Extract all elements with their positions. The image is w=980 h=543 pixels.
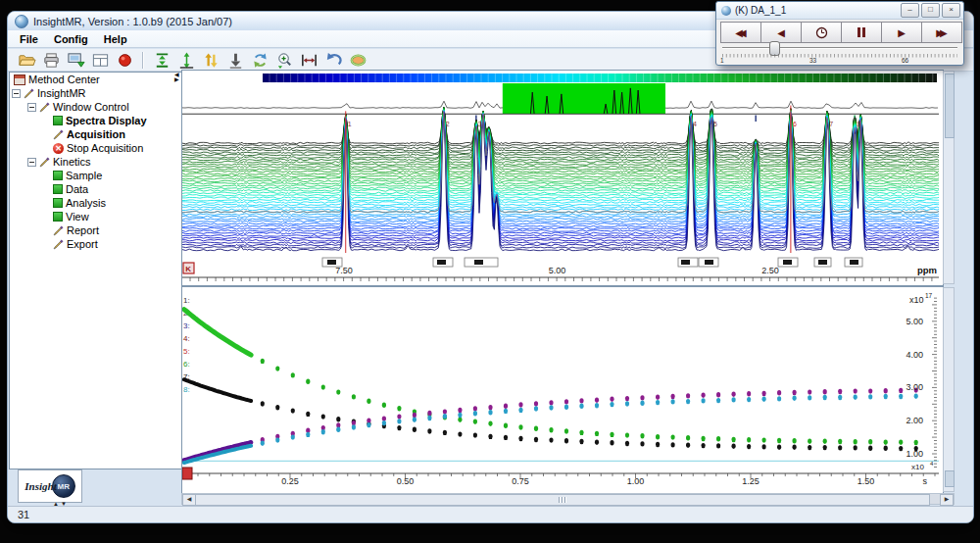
tree-item-label: Kinetics [53,156,91,168]
spectra-scroll-thumb[interactable] [945,74,955,138]
peak-label-6: 6 [793,121,797,127]
player-pause-button[interactable] [841,22,882,43]
tree-item-kinetics[interactable]: Kinetics [10,155,182,169]
menu-file[interactable]: File [12,32,46,46]
y-tick-label: 5.00 [906,317,923,326]
scroll-right-arrow-icon[interactable]: ▶ [940,494,954,506]
toolbar-print-button[interactable] [40,50,62,70]
tree-item-label: Data [66,183,88,195]
tree-item-label: Report [67,224,99,236]
playback-minimize-button[interactable]: – [901,3,919,18]
player-fast-forward-button[interactable]: ▶▶ [921,22,962,43]
series-green-dots [261,359,918,446]
green-status-icon [53,212,63,222]
toolbar-layout-button[interactable] [89,50,111,70]
kinetics-chart[interactable]: 1:2:3:4:5:6:7:8:1.002.003.004.005.00x101… [182,287,941,491]
tree-item-analysis[interactable]: Analysis [10,196,182,210]
playback-close-button[interactable]: × [942,3,960,18]
splitter-collapse-icon[interactable]: ◀▶ [174,73,179,82]
toolbar-refresh-zoom-button[interactable] [249,50,270,70]
tree-expander-icon[interactable] [12,89,21,98]
toolbar-undo-button[interactable] [322,50,344,70]
toolbar-full-width-button[interactable] [298,50,319,70]
menu-config[interactable]: Config [46,32,96,46]
playback-title-bar[interactable]: (K) DA_1_1 –□× [716,2,963,20]
toolbar-download-button[interactable] [224,50,246,70]
x-tick-label: 1.50 [858,476,875,486]
toolbar-scale-vertical-button[interactable] [175,50,197,70]
kinetics-marker-badge: K [185,265,191,273]
green-status-icon [53,184,63,194]
playback-restore-button[interactable]: □ [921,3,940,18]
kinetics-horizontal-scrollbar[interactable]: ◀ ▶ [181,493,955,505]
tree-item-insightmr[interactable]: InsightMR [10,86,182,100]
horizontal-scroll-thumb[interactable] [195,494,930,506]
tree-item-export[interactable]: Export [10,237,182,251]
tree-item-sample[interactable]: Sample [10,169,182,182]
kinetics-vertical-scrollbar[interactable] [943,287,955,492]
series-green-dense [184,310,251,356]
tree-item-spectra-display[interactable]: Spectra Display [10,114,182,127]
toolbar-record-button[interactable] [114,50,135,70]
toolbar-send-display-button[interactable] [65,50,86,70]
tree-item-view[interactable]: View [10,210,182,223]
status-bar: 31 [8,506,973,522]
menu-help[interactable]: Help [96,32,135,46]
x-tick-label: 0.50 [397,476,415,486]
spectra-display-panel: 123456787.505.002.50ppmK [181,70,944,286]
tree-item-label: Method Center [28,74,100,85]
tree-item-data[interactable]: Data [10,182,182,196]
tree-item-window-control[interactable]: Window Control [10,100,182,114]
tree-item-method-center[interactable]: Method Center [10,73,182,86]
player-play-button[interactable]: ▶ [881,22,922,43]
x-tick-label: 1.00 [627,476,645,486]
transport-controls: ◀◀◀▶▶▶ [720,22,961,43]
ppm-tick-label: 7.50 [335,266,353,275]
toolbar-fit-vertical-button[interactable] [151,50,172,70]
pencil-icon [53,129,64,140]
insightmr-logo: Insight MR [18,469,82,503]
kinetics-scroll-thumb[interactable] [945,470,955,487]
tree-item-label: Stop Acquisition [67,142,143,154]
series-cyan-dense [184,446,251,463]
spectra-chart[interactable]: 123456787.505.002.50ppmK [182,71,941,283]
slider-label-min: 1 [720,57,724,64]
tree-item-report[interactable]: Report [10,223,182,237]
logo-text: Insight [24,480,56,492]
toolbar-swap-gold-button[interactable] [200,50,221,70]
tree-expander-icon[interactable] [27,158,36,167]
slider-label-max: 66 [902,57,908,64]
tree-item-label: Export [67,238,98,250]
frame-slider-track[interactable] [722,47,957,49]
kinetics-legend-8: 8: [183,385,190,394]
spectra-vertical-scrollbar[interactable] [943,71,955,284]
playback-window: (K) DA_1_1 –□× ◀◀◀▶▶▶ 1 33 66 [715,1,964,66]
y-tick-label: 2.00 [906,416,923,425]
tree-item-acquisition[interactable]: Acquisition [10,127,182,141]
toolbar-highlight-oval-button[interactable] [347,50,368,70]
kinetics-legend-1: 1: [183,296,190,305]
player-clock-button[interactable] [801,22,842,43]
tree-expander-icon[interactable] [27,103,36,112]
peak-label-4: 4 [693,121,697,127]
tree-item-stop-acquisition[interactable]: ✕Stop Acquisition [10,141,182,155]
peak-label-7: 7 [829,121,833,127]
kinetics-panel: 1:2:3:4:5:6:7:8:1.002.003.004.005.00x101… [181,286,944,494]
series-cyan-dots [261,394,918,446]
player-rewind-button[interactable]: ◀◀ [720,22,761,43]
x-scale-label: x10 [911,463,924,471]
playback-window-icon [721,6,731,16]
player-step-back-button[interactable]: ◀ [760,22,802,43]
green-status-icon [53,198,63,208]
peak-label-3: 3 [478,121,482,127]
kinetics-legend-3: 3: [183,321,190,330]
stop-icon: ✕ [53,143,64,154]
toolbar-open-folder-button[interactable] [16,50,37,70]
kinetics-origin-marker [182,468,192,479]
svg-text:17: 17 [925,292,933,299]
kinetics-legend-5: 5: [183,347,190,356]
x-tick-label: 1.25 [742,476,760,486]
spectra-highlight-region[interactable] [503,83,665,114]
scroll-left-arrow-icon[interactable]: ◀ [182,494,196,506]
toolbar-zoom-reset-button[interactable] [273,50,295,70]
